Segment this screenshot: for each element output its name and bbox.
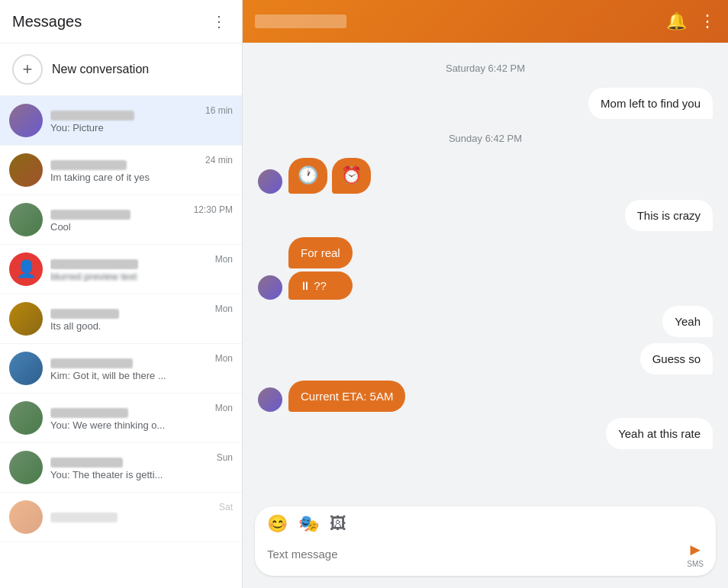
message-row-1: Mom left to find you — [258, 88, 713, 119]
sidebar-title: Messages — [12, 13, 82, 31]
message-bubble-1: Mom left to find you — [588, 88, 713, 119]
chat-input-icons: 😊 🎭 🖼 — [267, 514, 704, 534]
conv-info-7: You: We were thinking o... — [50, 406, 208, 431]
message-input[interactable] — [267, 548, 687, 561]
conv-info-4: blurred preview text — [50, 257, 208, 282]
conv-time-5: Mon — [215, 302, 233, 314]
avatar-9 — [9, 500, 43, 534]
message-bubble-2b: ⏰ — [332, 158, 371, 194]
conversation-item-3[interactable]: Cool 12:30 PM — [0, 195, 242, 245]
conversation-item-5[interactable]: Its all good. Mon — [0, 294, 242, 344]
conv-info-5: Its all good. — [50, 307, 208, 332]
conversation-list: You: Picture 16 min Im taking care of it… — [0, 96, 242, 588]
conv-name-5 — [50, 309, 119, 319]
conv-preview-6: Kim: Got it, will be there ... — [50, 370, 208, 381]
conv-preview-3: Cool — [50, 221, 186, 233]
conv-info-8: You: The theater is getti... — [50, 455, 209, 480]
message-row-8: Yeah at this rate — [258, 418, 713, 449]
conv-time-8: Sun — [217, 451, 233, 463]
message-row-7: Current ETA: 5AM — [258, 381, 713, 412]
conversation-item-8[interactable]: You: The theater is getti... Sun — [0, 443, 242, 493]
conv-time-3: 12:30 PM — [194, 203, 233, 215]
chat-messages: Saturday 6:42 PM Mom left to find you Su… — [243, 43, 728, 499]
conv-preview-5: Its all good. — [50, 320, 208, 332]
message-bubble-8: Yeah at this rate — [606, 418, 713, 449]
image-icon[interactable]: 🖼 — [330, 514, 346, 534]
message-bubble-3: This is crazy — [625, 200, 713, 231]
conv-info-6: Kim: Got it, will be there ... — [50, 356, 208, 381]
conv-info-1: You: Picture — [50, 108, 198, 133]
avatar-1 — [9, 104, 43, 137]
sidebar: Messages ⋮ + New conversation You: Pictu… — [0, 0, 243, 588]
conv-preview-4: blurred preview text — [50, 271, 208, 282]
avatar-3 — [9, 203, 43, 236]
avatar-7 — [9, 401, 43, 435]
message-row-4: For real ⏸ ?? — [258, 237, 713, 300]
new-conversation-label: New conversation — [52, 63, 149, 76]
avatar-8 — [9, 451, 43, 484]
message-bubble-6: Guess so — [640, 343, 713, 374]
date-divider-sunday: Sunday 6:42 PM — [258, 133, 713, 144]
conversation-item-7[interactable]: You: We were thinking o... Mon — [0, 394, 242, 443]
avatar-5 — [9, 302, 43, 336]
conv-preview-1: You: Picture — [50, 122, 198, 133]
conv-name-7 — [50, 408, 128, 418]
conv-name-3 — [50, 210, 130, 220]
conv-time-4: Mon — [215, 252, 233, 265]
avatar-6 — [9, 352, 43, 385]
message-bubble-4b: ⏸ ?? — [288, 272, 353, 300]
conv-preview-7: You: We were thinking o... — [50, 419, 208, 431]
conversation-item-9[interactable]: Sat — [0, 493, 242, 542]
message-row-5: Yeah — [258, 306, 713, 337]
send-label: SMS — [687, 560, 704, 568]
conv-name-4 — [50, 259, 138, 269]
emoji-icon[interactable]: 😊 — [267, 514, 288, 534]
new-conversation-button[interactable]: + New conversation — [0, 43, 242, 96]
conv-time-9: Sat — [219, 500, 233, 512]
chat-input-row: ► SMS — [267, 540, 704, 568]
notification-icon[interactable]: 🔔 — [666, 11, 687, 31]
conversation-item-4[interactable]: 👤 blurred preview text Mon — [0, 245, 242, 294]
avatar-2 — [9, 153, 43, 187]
message-bubble-7: Current ETA: 5AM — [288, 381, 405, 412]
msg-avatar-7 — [258, 387, 282, 412]
msg-avatar-4 — [258, 275, 282, 300]
conv-time-6: Mon — [215, 352, 233, 364]
message-row-3: This is crazy — [258, 200, 713, 231]
conv-preview-8: You: The theater is getti... — [50, 469, 209, 480]
sidebar-menu-icon[interactable]: ⋮ — [208, 9, 230, 34]
chat-area: 🔔 ⋮ Saturday 6:42 PM Mom left to find yo… — [243, 0, 728, 588]
conv-name-1 — [50, 111, 134, 120]
message-bubble-4a: For real — [288, 237, 353, 268]
conv-info-3: Cool — [50, 207, 186, 233]
conv-info-2: Im taking care of it yes — [50, 158, 198, 183]
chat-header-icons: 🔔 ⋮ — [666, 11, 716, 31]
conversation-item-2[interactable]: Im taking care of it yes 24 min — [0, 146, 242, 195]
message-row-6: Guess so — [258, 343, 713, 374]
send-button[interactable]: ► SMS — [687, 540, 704, 568]
conv-time-2: 24 min — [205, 153, 233, 165]
conv-info-9 — [50, 510, 211, 524]
chat-menu-icon[interactable]: ⋮ — [699, 11, 716, 31]
chat-input-area: 😊 🎭 🖼 ► SMS — [255, 506, 716, 576]
conversation-item-6[interactable]: Kim: Got it, will be there ... Mon — [0, 344, 242, 394]
chat-header: 🔔 ⋮ — [243, 0, 728, 43]
conv-name-8 — [50, 458, 123, 468]
date-divider-saturday: Saturday 6:42 PM — [258, 63, 713, 74]
conv-preview-2: Im taking care of it yes — [50, 172, 198, 183]
message-row-2: 🕐 ⏰ — [258, 158, 713, 194]
chat-header-name — [255, 14, 346, 28]
avatar-4: 👤 — [9, 252, 43, 286]
message-bubble-2a: 🕐 — [288, 158, 327, 194]
conv-name-9 — [50, 512, 118, 522]
conv-time-7: Mon — [215, 401, 233, 413]
sidebar-header: Messages ⋮ — [0, 0, 242, 43]
sticker-icon[interactable]: 🎭 — [298, 514, 319, 534]
send-icon: ► — [687, 540, 704, 560]
conv-name-6 — [50, 358, 133, 368]
conversation-item-1[interactable]: You: Picture 16 min — [0, 96, 242, 146]
message-bubble-5: Yeah — [662, 306, 713, 337]
conv-name-2 — [50, 160, 127, 170]
new-conversation-icon: + — [12, 54, 43, 85]
conv-time-1: 16 min — [205, 104, 233, 116]
